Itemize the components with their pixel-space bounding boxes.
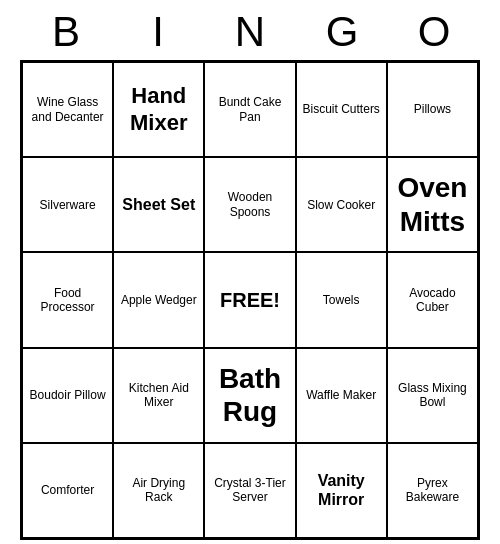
- bingo-cell-r4-c4: Pyrex Bakeware: [387, 443, 478, 538]
- bingo-cell-r4-c1: Air Drying Rack: [113, 443, 204, 538]
- bingo-cell-r0-c4: Pillows: [387, 62, 478, 157]
- bingo-cell-r2-c3: Towels: [296, 252, 387, 347]
- bingo-letter-i: I: [116, 8, 200, 56]
- bingo-cell-r1-c1: Sheet Set: [113, 157, 204, 252]
- bingo-header: BINGO: [20, 0, 480, 60]
- bingo-grid: Wine Glass and DecanterHand MixerBundt C…: [20, 60, 480, 540]
- bingo-cell-r2-c0: Food Processor: [22, 252, 113, 347]
- bingo-cell-r2-c1: Apple Wedger: [113, 252, 204, 347]
- bingo-cell-r3-c0: Boudoir Pillow: [22, 348, 113, 443]
- bingo-cell-r3-c4: Glass Mixing Bowl: [387, 348, 478, 443]
- bingo-cell-r1-c0: Silverware: [22, 157, 113, 252]
- bingo-cell-r0-c1: Hand Mixer: [113, 62, 204, 157]
- bingo-cell-r4-c0: Comforter: [22, 443, 113, 538]
- bingo-cell-r2-c2: FREE!: [204, 252, 295, 347]
- bingo-cell-r1-c2: Wooden Spoons: [204, 157, 295, 252]
- bingo-cell-r3-c1: Kitchen Aid Mixer: [113, 348, 204, 443]
- bingo-cell-r0-c0: Wine Glass and Decanter: [22, 62, 113, 157]
- bingo-letter-n: N: [208, 8, 292, 56]
- bingo-cell-r3-c3: Waffle Maker: [296, 348, 387, 443]
- bingo-letter-g: G: [300, 8, 384, 56]
- bingo-letter-b: B: [24, 8, 108, 56]
- bingo-cell-r3-c2: Bath Rug: [204, 348, 295, 443]
- bingo-cell-r2-c4: Avocado Cuber: [387, 252, 478, 347]
- bingo-cell-r0-c2: Bundt Cake Pan: [204, 62, 295, 157]
- bingo-cell-r0-c3: Biscuit Cutters: [296, 62, 387, 157]
- bingo-letter-o: O: [392, 8, 476, 56]
- bingo-cell-r1-c3: Slow Cooker: [296, 157, 387, 252]
- bingo-cell-r4-c2: Crystal 3-Tier Server: [204, 443, 295, 538]
- bingo-cell-r1-c4: Oven Mitts: [387, 157, 478, 252]
- bingo-cell-r4-c3: Vanity Mirror: [296, 443, 387, 538]
